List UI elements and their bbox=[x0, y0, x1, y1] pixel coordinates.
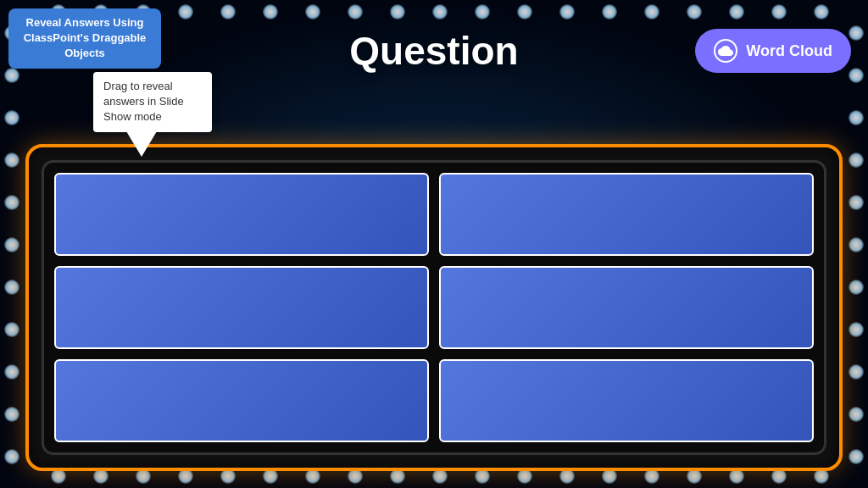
answer-cell-5[interactable] bbox=[54, 359, 429, 442]
answer-cell-1[interactable] bbox=[54, 173, 429, 256]
word-cloud-label: Word Cloud bbox=[746, 42, 832, 60]
answer-cell-4[interactable] bbox=[439, 266, 814, 349]
tooltip: Drag to reveal answers in Slide Show mod… bbox=[93, 72, 212, 132]
word-cloud-button[interactable]: Word Cloud bbox=[695, 29, 851, 73]
answer-cell-6[interactable] bbox=[439, 359, 814, 442]
answer-board bbox=[25, 144, 843, 471]
banner-text: Reveal Answers Using ClassPoint's Dragga… bbox=[24, 16, 147, 59]
answer-grid bbox=[42, 160, 826, 455]
tooltip-text: Drag to reveal answers in Slide Show mod… bbox=[103, 80, 184, 123]
cloud-svg bbox=[718, 43, 733, 58]
word-cloud-icon bbox=[714, 39, 737, 63]
page-title: Question bbox=[349, 28, 518, 74]
answer-cell-3[interactable] bbox=[54, 266, 429, 349]
top-banner: Reveal Answers Using ClassPoint's Dragga… bbox=[8, 8, 161, 69]
answer-cell-2[interactable] bbox=[439, 173, 814, 256]
